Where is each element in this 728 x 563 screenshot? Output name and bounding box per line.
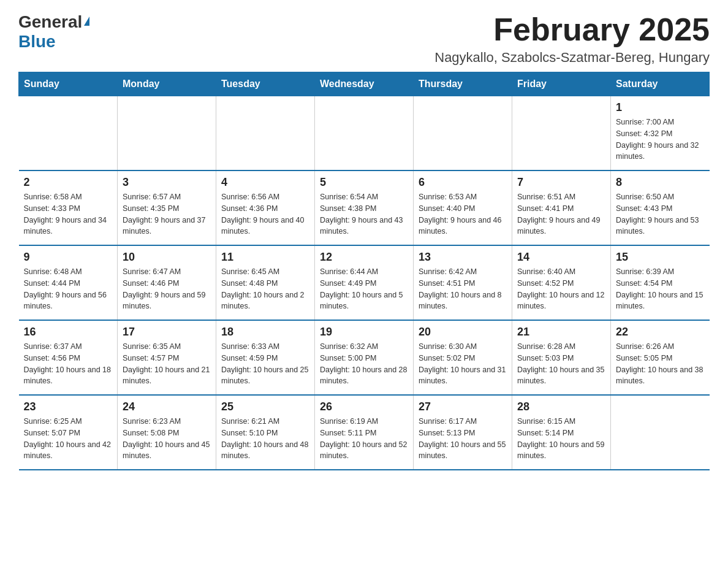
day-number: 21: [517, 326, 605, 339]
logo-general-text: General: [18, 12, 82, 32]
day-info: Sunrise: 6:48 AMSunset: 4:44 PMDaylight:…: [24, 266, 113, 312]
calendar-cell: 24Sunrise: 6:23 AMSunset: 5:08 PMDayligh…: [118, 395, 216, 470]
calendar-cell: 22Sunrise: 6:26 AMSunset: 5:05 PMDayligh…: [611, 320, 710, 395]
calendar-cell: 13Sunrise: 6:42 AMSunset: 4:51 PMDayligh…: [414, 245, 512, 320]
calendar-cell: 19Sunrise: 6:32 AMSunset: 5:00 PMDayligh…: [315, 320, 414, 395]
day-info: Sunrise: 6:39 AMSunset: 4:54 PMDaylight:…: [616, 266, 705, 312]
day-of-week-thursday: Thursday: [414, 72, 512, 96]
calendar-cell: 1Sunrise: 7:00 AMSunset: 4:32 PMDaylight…: [611, 96, 710, 171]
day-of-week-wednesday: Wednesday: [315, 72, 414, 96]
logo-triangle-icon: [84, 17, 89, 26]
day-info: Sunrise: 6:53 AMSunset: 4:40 PMDaylight:…: [419, 191, 507, 237]
calendar-cell: [315, 96, 414, 171]
calendar-cell: 25Sunrise: 6:21 AMSunset: 5:10 PMDayligh…: [216, 395, 315, 470]
calendar-title: February 2025: [434, 12, 710, 47]
calendar-cell: 23Sunrise: 6:25 AMSunset: 5:07 PMDayligh…: [19, 395, 118, 470]
day-info: Sunrise: 6:21 AMSunset: 5:10 PMDaylight:…: [221, 416, 309, 462]
day-number: 27: [419, 400, 507, 413]
day-number: 19: [320, 326, 408, 339]
day-number: 1: [616, 101, 705, 114]
day-info: Sunrise: 6:47 AMSunset: 4:46 PMDaylight:…: [123, 266, 211, 312]
day-of-week-monday: Monday: [118, 72, 216, 96]
calendar-cell: 26Sunrise: 6:19 AMSunset: 5:11 PMDayligh…: [315, 395, 414, 470]
day-info: Sunrise: 6:26 AMSunset: 5:05 PMDaylight:…: [616, 341, 705, 387]
day-number: 28: [517, 400, 605, 413]
day-number: 2: [24, 176, 113, 189]
day-number: 8: [616, 176, 705, 189]
calendar-cell: 16Sunrise: 6:37 AMSunset: 4:56 PMDayligh…: [19, 320, 118, 395]
day-number: 5: [320, 176, 408, 189]
calendar-cell: 15Sunrise: 6:39 AMSunset: 4:54 PMDayligh…: [611, 245, 710, 320]
calendar-cell: 27Sunrise: 6:17 AMSunset: 5:13 PMDayligh…: [414, 395, 512, 470]
calendar-cell: [19, 96, 118, 171]
day-number: 18: [221, 326, 309, 339]
calendar-body: 1Sunrise: 7:00 AMSunset: 4:32 PMDaylight…: [19, 96, 710, 470]
day-number: 4: [221, 176, 309, 189]
calendar-cell: 14Sunrise: 6:40 AMSunset: 4:52 PMDayligh…: [512, 245, 611, 320]
day-number: 15: [616, 251, 705, 264]
calendar-cell: 2Sunrise: 6:58 AMSunset: 4:33 PMDaylight…: [19, 170, 118, 245]
day-info: Sunrise: 6:30 AMSunset: 5:02 PMDaylight:…: [419, 341, 507, 387]
day-info: Sunrise: 6:45 AMSunset: 4:48 PMDaylight:…: [221, 266, 309, 312]
calendar-cell: 4Sunrise: 6:56 AMSunset: 4:36 PMDaylight…: [216, 170, 315, 245]
week-row-3: 9Sunrise: 6:48 AMSunset: 4:44 PMDaylight…: [19, 245, 710, 320]
week-row-4: 16Sunrise: 6:37 AMSunset: 4:56 PMDayligh…: [19, 320, 710, 395]
days-of-week-row: SundayMondayTuesdayWednesdayThursdayFrid…: [19, 72, 710, 96]
day-number: 26: [320, 400, 408, 413]
week-row-5: 23Sunrise: 6:25 AMSunset: 5:07 PMDayligh…: [19, 395, 710, 470]
day-number: 22: [616, 326, 705, 339]
day-info: Sunrise: 6:23 AMSunset: 5:08 PMDaylight:…: [123, 416, 211, 462]
day-info: Sunrise: 6:25 AMSunset: 5:07 PMDaylight:…: [24, 416, 113, 462]
calendar-cell: 6Sunrise: 6:53 AMSunset: 4:40 PMDaylight…: [414, 170, 512, 245]
day-number: 16: [24, 326, 113, 339]
calendar-cell: 12Sunrise: 6:44 AMSunset: 4:49 PMDayligh…: [315, 245, 414, 320]
logo: General Blue: [18, 12, 89, 52]
day-info: Sunrise: 6:58 AMSunset: 4:33 PMDaylight:…: [24, 191, 113, 237]
page-header: General Blue February 2025 Nagykallo, Sz…: [18, 12, 710, 66]
title-area: February 2025 Nagykallo, Szabolcs-Szatma…: [434, 12, 710, 66]
calendar-cell: 8Sunrise: 6:50 AMSunset: 4:43 PMDaylight…: [611, 170, 710, 245]
calendar-cell: 18Sunrise: 6:33 AMSunset: 4:59 PMDayligh…: [216, 320, 315, 395]
week-row-1: 1Sunrise: 7:00 AMSunset: 4:32 PMDaylight…: [19, 96, 710, 171]
calendar-cell: 3Sunrise: 6:57 AMSunset: 4:35 PMDaylight…: [118, 170, 216, 245]
calendar-header: SundayMondayTuesdayWednesdayThursdayFrid…: [19, 72, 710, 96]
day-number: 6: [419, 176, 507, 189]
day-info: Sunrise: 6:57 AMSunset: 4:35 PMDaylight:…: [123, 191, 211, 237]
calendar-cell: 5Sunrise: 6:54 AMSunset: 4:38 PMDaylight…: [315, 170, 414, 245]
day-info: Sunrise: 6:56 AMSunset: 4:36 PMDaylight:…: [221, 191, 309, 237]
day-info: Sunrise: 6:50 AMSunset: 4:43 PMDaylight:…: [616, 191, 705, 237]
day-info: Sunrise: 6:17 AMSunset: 5:13 PMDaylight:…: [419, 416, 507, 462]
day-info: Sunrise: 6:19 AMSunset: 5:11 PMDaylight:…: [320, 416, 408, 462]
calendar-cell: 17Sunrise: 6:35 AMSunset: 4:57 PMDayligh…: [118, 320, 216, 395]
day-of-week-sunday: Sunday: [19, 72, 118, 96]
calendar-cell: [512, 96, 611, 171]
calendar-cell: [611, 395, 710, 470]
day-of-week-saturday: Saturday: [611, 72, 710, 96]
day-info: Sunrise: 6:37 AMSunset: 4:56 PMDaylight:…: [24, 341, 113, 387]
day-info: Sunrise: 6:32 AMSunset: 5:00 PMDaylight:…: [320, 341, 408, 387]
calendar-cell: 9Sunrise: 6:48 AMSunset: 4:44 PMDaylight…: [19, 245, 118, 320]
day-info: Sunrise: 6:33 AMSunset: 4:59 PMDaylight:…: [221, 341, 309, 387]
day-number: 25: [221, 400, 309, 413]
day-info: Sunrise: 6:15 AMSunset: 5:14 PMDaylight:…: [517, 416, 605, 462]
calendar-cell: [216, 96, 315, 171]
day-number: 11: [221, 251, 309, 264]
calendar-cell: 11Sunrise: 6:45 AMSunset: 4:48 PMDayligh…: [216, 245, 315, 320]
day-number: 12: [320, 251, 408, 264]
day-of-week-friday: Friday: [512, 72, 611, 96]
day-info: Sunrise: 6:28 AMSunset: 5:03 PMDaylight:…: [517, 341, 605, 387]
calendar-cell: 20Sunrise: 6:30 AMSunset: 5:02 PMDayligh…: [414, 320, 512, 395]
day-info: Sunrise: 6:35 AMSunset: 4:57 PMDaylight:…: [123, 341, 211, 387]
day-info: Sunrise: 6:44 AMSunset: 4:49 PMDaylight:…: [320, 266, 408, 312]
day-number: 10: [123, 251, 211, 264]
calendar-cell: [118, 96, 216, 171]
day-number: 24: [123, 400, 211, 413]
calendar-cell: 10Sunrise: 6:47 AMSunset: 4:46 PMDayligh…: [118, 245, 216, 320]
day-of-week-tuesday: Tuesday: [216, 72, 315, 96]
calendar-cell: 7Sunrise: 6:51 AMSunset: 4:41 PMDaylight…: [512, 170, 611, 245]
week-row-2: 2Sunrise: 6:58 AMSunset: 4:33 PMDaylight…: [19, 170, 710, 245]
calendar-subtitle: Nagykallo, Szabolcs-Szatmar-Bereg, Hunga…: [434, 50, 710, 66]
day-number: 23: [24, 400, 113, 413]
day-info: Sunrise: 6:40 AMSunset: 4:52 PMDaylight:…: [517, 266, 605, 312]
logo-blue-text: Blue: [18, 32, 56, 52]
